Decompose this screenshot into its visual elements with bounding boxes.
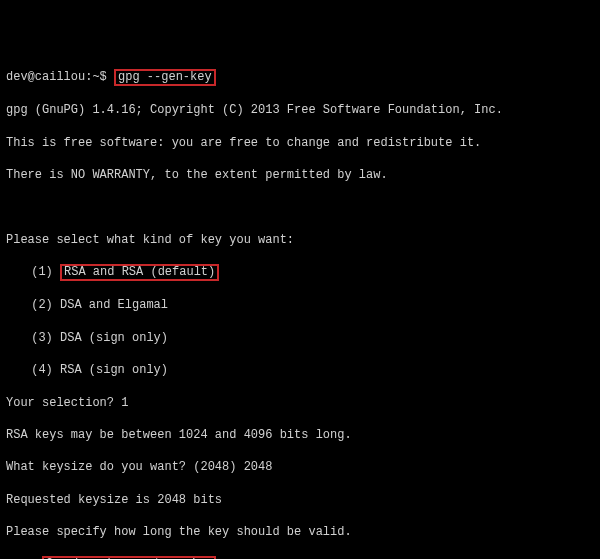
header-line-1: gpg (GnuPG) 1.4.16; Copyright (C) 2013 F… <box>6 102 594 118</box>
keytype-opt1: (1) RSA and RSA (default) <box>6 264 594 281</box>
keytype-prompt: Please select what kind of key you want: <box>6 232 594 248</box>
keytype-opt4: (4) RSA (sign only) <box>6 362 594 378</box>
keysize-prompt: What keysize do you want? (2048) 2048 <box>6 459 594 475</box>
gpg-command: gpg --gen-key <box>118 70 212 84</box>
keytype-selection: Your selection? 1 <box>6 395 594 411</box>
keytype-opt1-text: RSA and RSA (default) <box>64 265 215 279</box>
keytype-opt1-num: (1) <box>31 265 53 279</box>
expire-prompt: Please specify how long the key should b… <box>6 524 594 540</box>
command-highlight: gpg --gen-key <box>114 69 216 86</box>
prompt-line: dev@caillou:~$ gpg --gen-key <box>6 69 594 86</box>
keysize-confirm: Requested keysize is 2048 bits <box>6 492 594 508</box>
keytype-opt3: (3) DSA (sign only) <box>6 330 594 346</box>
header-line-3: There is NO WARRANTY, to the extent perm… <box>6 167 594 183</box>
header-line-2: This is free software: you are free to c… <box>6 135 594 151</box>
blank <box>6 199 594 215</box>
keytype-opt2: (2) DSA and Elgamal <box>6 297 594 313</box>
keysize-range: RSA keys may be between 1024 and 4096 bi… <box>6 427 594 443</box>
keytype-opt1-highlight: RSA and RSA (default) <box>60 264 219 281</box>
prompt-userhost: dev@caillou:~$ <box>6 70 107 84</box>
